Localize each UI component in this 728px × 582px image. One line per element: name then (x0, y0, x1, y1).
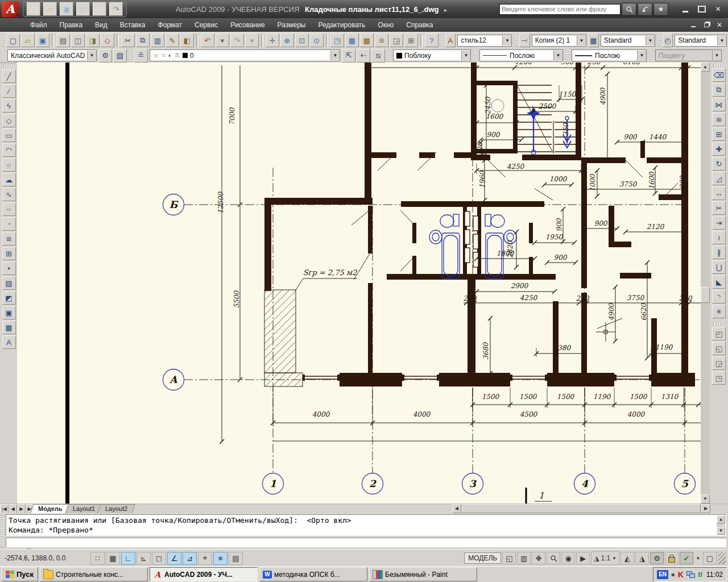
command-scrollbar[interactable]: ▲ ▼ (717, 516, 725, 535)
trim-icon[interactable]: ✂ (712, 201, 726, 215)
taskbar-task[interactable]: Строительные конс... (40, 567, 148, 581)
annotation-visibility-icon[interactable]: ◭ (621, 552, 634, 564)
chevron-down-icon[interactable]: ▼ (87, 51, 96, 60)
maximize-button[interactable] (694, 3, 709, 15)
scroll-down-icon[interactable]: ▼ (701, 494, 710, 504)
save-icon[interactable]: ▣ (60, 2, 73, 16)
scroll-right-icon[interactable]: ▶ (701, 504, 710, 513)
toggle-polar[interactable]: ⊾ (136, 552, 151, 565)
toolbar-grip[interactable] (566, 50, 569, 61)
zoom-icon[interactable] (547, 552, 560, 564)
cut-icon[interactable]: ✂ (121, 34, 135, 47)
close-button[interactable]: ✕ (710, 3, 726, 15)
toggle-lwt[interactable]: ≡ (213, 552, 228, 565)
insert-block-icon[interactable]: ⧈ (2, 232, 16, 246)
mleader-style-combo[interactable]: Standard ▼ (675, 35, 727, 47)
plot-icon[interactable]: ▤ (56, 34, 70, 47)
chevron-down-icon[interactable]: ▼ (502, 36, 511, 45)
drawing-canvas[interactable]: Sгр = 2,75 м2170001250055002450160090012… (17, 63, 701, 504)
menu-item[interactable]: Файл (24, 18, 53, 32)
doc-restore-button[interactable] (701, 20, 712, 30)
break-at-point-icon[interactable]: ≀ (712, 231, 726, 244)
toolbar-grip[interactable] (658, 35, 660, 46)
table-style-icon[interactable]: ▦ (588, 34, 599, 47)
antivirus-icon[interactable]: K (678, 570, 684, 579)
3d-dwf-icon[interactable]: ◇ (101, 34, 114, 47)
circle-icon[interactable]: ○ (2, 158, 16, 172)
ellipse-icon[interactable]: ○ (2, 202, 16, 216)
table-style-combo[interactable]: Standard ▼ (601, 35, 655, 47)
network-icon[interactable] (686, 571, 695, 578)
search-icon[interactable] (622, 3, 636, 16)
chevron-down-icon[interactable]: ▼ (461, 51, 470, 60)
menu-item[interactable]: Окно (371, 18, 400, 32)
horizontal-scroll-thumb[interactable] (462, 504, 701, 513)
tab-next-icon[interactable]: ▶ (17, 504, 26, 514)
communication-center-icon[interactable] (638, 3, 652, 16)
showmotion-icon[interactable]: ▶ (576, 552, 590, 564)
toolbar-grip[interactable] (441, 35, 443, 46)
sheet-set-manager-icon[interactable]: ⧈ (375, 34, 388, 47)
chevron-down-icon[interactable]: ▼ (577, 36, 586, 45)
undo-menu-icon[interactable]: ▾ (216, 34, 229, 47)
command-window-grip[interactable] (1, 516, 4, 547)
open-icon[interactable]: ▱ (21, 34, 35, 47)
polygon-icon[interactable]: ◇ (2, 114, 16, 127)
send-under-icon[interactable]: ◳ (712, 371, 726, 385)
toolbar-grip[interactable] (713, 322, 725, 325)
save-icon[interactable]: ▣ (36, 34, 49, 47)
lineweight-combo[interactable]: Послою ▼ (572, 49, 647, 61)
layer-combo[interactable]: ☼ ○ ◐ ⚿ 0 ▼ (150, 49, 340, 61)
offset-icon[interactable]: ≋ (712, 113, 726, 126)
properties-icon[interactable]: ◳ (330, 34, 344, 47)
layer-previous-icon[interactable]: ⇠ (357, 49, 370, 63)
bring-to-front-icon[interactable]: ◰ (712, 327, 726, 340)
point-icon[interactable]: • (2, 261, 16, 275)
text-style-icon[interactable]: A (445, 34, 456, 47)
match-properties-icon[interactable]: ✎ (166, 34, 179, 47)
workspace-combo[interactable]: Классический AutoCAD ▼ (7, 49, 97, 61)
menu-item[interactable]: Вид (89, 18, 114, 32)
clean-screen-icon[interactable]: ▢ (703, 552, 717, 564)
menu-item[interactable]: Вставка (114, 18, 152, 32)
multiline-text-icon[interactable]: A (2, 335, 16, 349)
copy-icon[interactable]: ⧉ (136, 34, 150, 47)
chevron-down-icon[interactable]: ▼ (637, 51, 646, 60)
toolbar-grip[interactable] (713, 64, 725, 66)
language-indicator[interactable]: EN (657, 570, 668, 579)
fillet-icon[interactable]: ◝ (712, 290, 726, 304)
taskbar-task[interactable]: AAutoCAD 2009 - УЧ... (150, 567, 258, 581)
toolbar-grip[interactable] (2, 50, 5, 61)
dim-style-icon[interactable]: ⤙ (519, 34, 530, 47)
pan-icon[interactable]: ✥ (532, 552, 545, 564)
polyline-icon[interactable]: ϟ (2, 99, 16, 113)
zoom-previous-icon[interactable]: ⊙ (310, 34, 324, 47)
linetype-combo[interactable]: Послою ▼ (479, 49, 563, 61)
mleader-style-icon[interactable]: ◴ (663, 34, 673, 47)
workspace-save-icon[interactable]: ▨ (113, 49, 127, 63)
search-input[interactable] (499, 4, 621, 15)
tab-first-icon[interactable]: |◀ (0, 504, 9, 514)
tab-model[interactable]: Модель (30, 504, 70, 514)
region-icon[interactable]: ▣ (2, 306, 16, 319)
autoscale-icon[interactable]: ◮ (635, 552, 649, 564)
tab-layout1[interactable]: Layout1 (65, 504, 103, 514)
rectangle-icon[interactable]: ▭ (2, 128, 16, 142)
break-icon[interactable]: ∦ (712, 246, 726, 259)
ellipse-arc-icon[interactable]: ◔ (2, 217, 16, 231)
undo-icon[interactable]: ↶ (201, 34, 214, 47)
toggle-ortho[interactable]: ∟ (121, 552, 135, 565)
help-icon[interactable]: ? (425, 34, 439, 47)
stretch-icon[interactable]: ↔ (712, 186, 726, 200)
gradient-icon[interactable]: ◩ (2, 291, 16, 305)
workspace-switching-icon[interactable]: ⚙ (650, 552, 664, 564)
drawing-status-icon[interactable]: ✔ (680, 552, 693, 564)
toolbar-grip[interactable] (515, 35, 517, 46)
scale-icon[interactable]: ◿ (712, 172, 726, 185)
toolbar-grip[interactable] (474, 50, 477, 61)
scroll-up-icon[interactable]: ▲ (717, 516, 725, 523)
resize-grip[interactable] (718, 552, 726, 564)
plot-preview-icon[interactable]: ◫ (71, 34, 85, 47)
ti-tray-icon[interactable]: ti (698, 570, 702, 579)
quickcalc-icon[interactable]: ⊞ (404, 34, 418, 47)
